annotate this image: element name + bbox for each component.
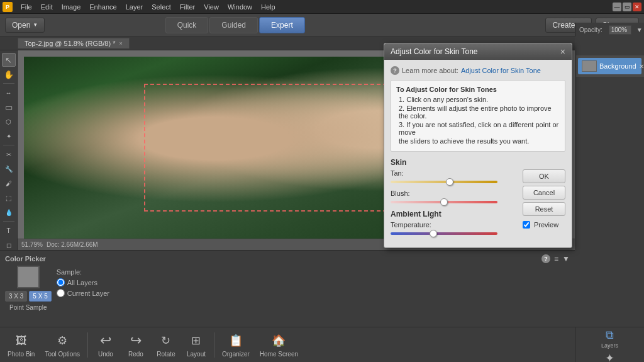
- ok-button[interactable]: OK: [523, 169, 565, 183]
- help-icon: ?: [541, 254, 550, 263]
- menu-filter[interactable]: Filter: [175, 2, 199, 12]
- photo-bin-label: Photo Bin: [8, 351, 35, 358]
- maximize-button[interactable]: ▭: [623, 3, 631, 11]
- tool-lasso[interactable]: ⬡: [2, 115, 16, 128]
- opacity-label: Opacity:: [579, 26, 602, 33]
- layers-panel: Background ✕: [575, 55, 644, 77]
- menu-window[interactable]: Window: [223, 2, 257, 12]
- menu-layer[interactable]: Layer: [121, 2, 148, 12]
- all-layers-radio[interactable]: All Layers: [57, 278, 109, 286]
- panel-tab-effects[interactable]: ✦ Effects: [599, 350, 621, 362]
- menu-bar: P File Edit Image Enhance Layer Select F…: [0, 0, 644, 14]
- preview-row: Preview: [523, 221, 565, 229]
- temperature-slider-group: Temperature:: [391, 221, 518, 237]
- layer-close-icon[interactable]: ✕: [639, 63, 644, 70]
- zoom-level: 51.79%: [21, 241, 43, 248]
- layers-opacity-row: Opacity: ▼: [575, 23, 644, 37]
- tool-paint-bucket[interactable]: 💧: [2, 205, 16, 219]
- tab-expert[interactable]: Expert: [259, 17, 305, 33]
- color-swatch[interactable]: [17, 266, 40, 288]
- tab-guided[interactable]: Guided: [209, 17, 258, 33]
- learn-more-link[interactable]: Adjust Color for Skin Tone: [461, 67, 541, 74]
- tool-magic-wand[interactable]: ✦: [2, 129, 16, 143]
- layout-label: Layout: [187, 351, 206, 358]
- organizer-button[interactable]: 📋 Organizer: [217, 329, 255, 360]
- temperature-label: Temperature:: [391, 221, 431, 229]
- cancel-button[interactable]: Cancel: [523, 186, 565, 200]
- redo-button[interactable]: ↪ Redo: [121, 329, 151, 360]
- tool-crop[interactable]: ✂: [2, 147, 16, 161]
- layout-button[interactable]: ⊞ Layout: [181, 329, 211, 360]
- expand-icon[interactable]: ▼: [562, 254, 570, 263]
- layout-icon: ⊞: [187, 332, 205, 349]
- layer-background[interactable]: Background ✕: [578, 58, 641, 74]
- tool-text[interactable]: T: [2, 223, 16, 237]
- toolbar-separator-1: [87, 332, 88, 358]
- instructions-title: To Adjust Color for Skin Tones: [396, 86, 560, 93]
- tool-options-label: Tool Options: [45, 351, 80, 358]
- reset-button[interactable]: Reset: [523, 202, 565, 216]
- current-layer-radio[interactable]: Current Layer: [57, 289, 109, 297]
- menu-icon[interactable]: ≡: [554, 254, 558, 263]
- temperature-slider[interactable]: [391, 230, 497, 237]
- tool-hand[interactable]: ✋: [2, 67, 16, 81]
- sample-label: Sample:: [57, 268, 82, 276]
- minimize-button[interactable]: —: [613, 3, 621, 11]
- learn-more-row: ? Learn more about: Adjust Color for Ski…: [391, 66, 565, 75]
- app-icon: P: [3, 2, 13, 12]
- menu-select[interactable]: Select: [147, 2, 175, 12]
- layers-tab-label: Layers: [601, 342, 618, 349]
- tool-options-button[interactable]: ⚙ Tool Options: [40, 329, 85, 360]
- tool-healing[interactable]: 🔧: [2, 162, 16, 176]
- tan-slider-group: Tan:: [391, 169, 518, 186]
- blush-slider[interactable]: [391, 198, 497, 206]
- toolbar-separator-2: [214, 332, 214, 358]
- undo-label: Undo: [98, 351, 113, 358]
- open-button[interactable]: Open ▼: [5, 18, 45, 33]
- instruction-1: 1. Click on any person's skin.: [396, 96, 560, 103]
- tab-quick[interactable]: Quick: [165, 17, 209, 33]
- dialog-title-bar[interactable]: Adjust Color for Skin Tone ×: [384, 43, 572, 60]
- tab-close-icon[interactable]: ×: [119, 40, 122, 47]
- tool-options-icon: ⚙: [53, 332, 71, 349]
- sample-3x3-button[interactable]: 3 X 3: [5, 291, 27, 302]
- preview-checkbox[interactable]: [523, 221, 530, 229]
- dialog-title-text: Adjust Color for Skin Tone: [391, 47, 478, 56]
- tool-move[interactable]: ↔: [2, 86, 16, 99]
- top-toolbar: Open ▼ Quick Guided Expert Create ▼ Shar…: [0, 14, 644, 37]
- tool-brush[interactable]: 🖌: [2, 176, 16, 190]
- tool-select[interactable]: ↖: [2, 53, 16, 67]
- sample-5x5-button[interactable]: 5 X 5: [29, 291, 51, 302]
- dialog-help-icon: ?: [391, 66, 399, 75]
- rotate-button[interactable]: ↻ Rotate: [151, 329, 181, 360]
- menu-image[interactable]: Image: [57, 2, 86, 12]
- organizer-label: Organizer: [222, 351, 250, 358]
- skin-section-label: Skin: [391, 158, 518, 167]
- home-screen-button[interactable]: 🏠 Home Screen: [255, 329, 303, 360]
- tool-marquee[interactable]: ▭: [2, 100, 16, 114]
- blush-slider-group: Blush:: [391, 189, 518, 206]
- point-sample-label: Point Sample: [9, 304, 47, 311]
- menu-file[interactable]: File: [16, 2, 36, 12]
- rotate-label: Rotate: [157, 351, 175, 358]
- tan-slider[interactable]: [391, 178, 497, 186]
- panel-tab-layers[interactable]: ⧉ Layers: [599, 327, 621, 350]
- layers-icon: ⧉: [606, 329, 614, 342]
- tool-eraser[interactable]: ⬚: [2, 191, 16, 205]
- instruction-4: the sliders to achieve the results you w…: [396, 137, 560, 145]
- menu-enhance[interactable]: Enhance: [85, 2, 121, 12]
- menu-help[interactable]: Help: [257, 2, 280, 12]
- menu-view[interactable]: View: [199, 2, 223, 12]
- mode-tabs: Quick Guided Expert: [165, 17, 305, 33]
- opacity-input[interactable]: [609, 25, 631, 35]
- undo-button[interactable]: ↩ Undo: [91, 329, 121, 360]
- close-window-button[interactable]: ✕: [633, 3, 641, 11]
- photo-bin-button[interactable]: 🖼 Photo Bin: [3, 329, 40, 360]
- document-tab[interactable]: Top-2.jpg @ 51.8% (RGB/8) * ×: [18, 38, 130, 48]
- dialog-close-button[interactable]: ×: [560, 47, 565, 57]
- menu-edit[interactable]: Edit: [36, 2, 57, 12]
- learn-more-prefix: Learn more about:: [402, 67, 458, 74]
- home-screen-label: Home Screen: [260, 351, 298, 358]
- color-picker-title: Color Picker: [5, 255, 46, 263]
- layer-name: Background: [599, 62, 636, 70]
